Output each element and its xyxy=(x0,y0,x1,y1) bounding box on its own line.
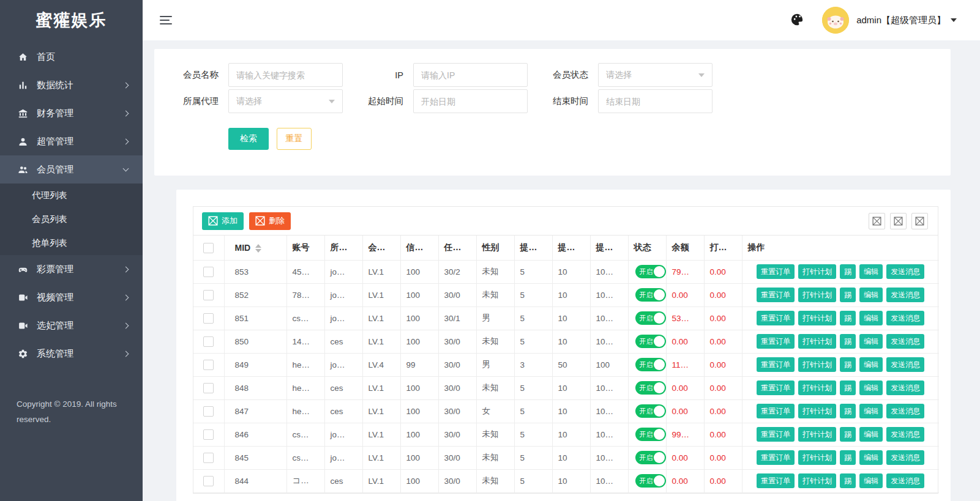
inject-plan-button[interactable]: 打针计划 xyxy=(798,334,836,349)
send-message-button[interactable]: 发送消息 xyxy=(886,380,924,395)
status-toggle[interactable]: 开启 xyxy=(635,358,666,371)
sidebar-item-video[interactable]: 视频管理 xyxy=(0,283,143,311)
send-message-button[interactable]: 发送消息 xyxy=(886,357,924,372)
sidebar-item-system[interactable]: 系统管理 xyxy=(0,340,143,368)
menu-toggle-icon[interactable] xyxy=(160,16,172,25)
end-time-input[interactable] xyxy=(598,89,713,113)
edit-button[interactable]: 编辑 xyxy=(859,380,883,395)
row-checkbox[interactable] xyxy=(203,429,214,440)
reset-order-button[interactable]: 重置订单 xyxy=(757,404,795,418)
send-message-button[interactable]: 发送消息 xyxy=(886,450,924,465)
status-toggle[interactable]: 开启 xyxy=(635,311,666,325)
status-toggle[interactable]: 开启 xyxy=(635,288,666,302)
user-menu-caret-icon[interactable] xyxy=(951,18,957,22)
send-message-button[interactable]: 发送消息 xyxy=(886,473,924,488)
kick-button[interactable]: 踢 xyxy=(840,427,856,442)
row-checkbox[interactable] xyxy=(203,360,214,370)
sidebar-item-members[interactable]: 会员管理 xyxy=(0,155,143,184)
edit-button[interactable]: 编辑 xyxy=(859,264,883,279)
status-toggle[interactable]: 开启 xyxy=(635,474,666,488)
reset-order-button[interactable]: 重置订单 xyxy=(757,264,795,279)
sidebar-subitem-agent-list[interactable]: 代理列表 xyxy=(0,184,143,207)
sidebar-item-finance[interactable]: 财务管理 xyxy=(0,99,143,127)
sidebar-item-lottery[interactable]: 彩票管理 xyxy=(0,255,143,283)
kick-button[interactable]: 踢 xyxy=(840,288,856,302)
edit-button[interactable]: 编辑 xyxy=(859,427,883,442)
inject-plan-button[interactable]: 打针计划 xyxy=(798,311,836,325)
edit-button[interactable]: 编辑 xyxy=(859,334,883,349)
inject-plan-button[interactable]: 打针计划 xyxy=(798,264,836,279)
reset-order-button[interactable]: 重置订单 xyxy=(757,380,795,395)
status-toggle[interactable]: 开启 xyxy=(635,404,666,418)
row-checkbox[interactable] xyxy=(203,453,214,463)
edit-button[interactable]: 编辑 xyxy=(859,404,883,418)
member-status-select[interactable]: 请选择 xyxy=(598,63,713,87)
search-button[interactable]: 检索 xyxy=(228,128,269,150)
table-tool-button-2[interactable] xyxy=(890,213,907,229)
edit-button[interactable]: 编辑 xyxy=(859,473,883,488)
sidebar-subitem-member-list[interactable]: 会员列表 xyxy=(0,207,143,231)
inject-plan-button[interactable]: 打针计划 xyxy=(798,473,836,488)
status-toggle[interactable]: 开启 xyxy=(635,381,666,395)
delete-button[interactable]: 删除 xyxy=(249,212,291,230)
table-tool-button-3[interactable] xyxy=(911,213,928,229)
start-time-input[interactable] xyxy=(413,89,528,113)
send-message-button[interactable]: 发送消息 xyxy=(886,288,924,302)
send-message-button[interactable]: 发送消息 xyxy=(886,264,924,279)
agent-select[interactable]: 请选择 xyxy=(228,89,343,113)
row-checkbox[interactable] xyxy=(203,383,214,393)
row-checkbox[interactable] xyxy=(203,267,214,277)
edit-button[interactable]: 编辑 xyxy=(859,288,883,302)
edit-button[interactable]: 编辑 xyxy=(859,450,883,465)
inject-plan-button[interactable]: 打针计划 xyxy=(798,288,836,302)
status-toggle[interactable]: 开启 xyxy=(635,335,666,348)
status-toggle[interactable]: 开启 xyxy=(635,428,666,441)
kick-button[interactable]: 踢 xyxy=(840,264,856,279)
reset-order-button[interactable]: 重置订单 xyxy=(757,427,795,442)
sidebar-subitem-grab-list[interactable]: 抢单列表 xyxy=(0,231,143,255)
kick-button[interactable]: 踢 xyxy=(840,380,856,395)
user-name[interactable]: admin【超级管理员】 xyxy=(856,15,946,26)
sidebar-item-home[interactable]: 首页 xyxy=(0,43,143,71)
inject-plan-button[interactable]: 打针计划 xyxy=(798,450,836,465)
kick-button[interactable]: 踢 xyxy=(840,334,856,349)
member-name-input[interactable] xyxy=(228,63,343,87)
reset-order-button[interactable]: 重置订单 xyxy=(757,334,795,349)
select-all-checkbox[interactable] xyxy=(203,243,214,253)
inject-plan-button[interactable]: 打针计划 xyxy=(798,404,836,418)
kick-button[interactable]: 踢 xyxy=(840,473,856,488)
ip-input[interactable] xyxy=(413,63,528,87)
reset-order-button[interactable]: 重置订单 xyxy=(757,311,795,325)
status-toggle[interactable]: 开启 xyxy=(635,265,666,278)
reset-button[interactable]: 重置 xyxy=(277,128,312,150)
reset-order-button[interactable]: 重置订单 xyxy=(757,450,795,465)
send-message-button[interactable]: 发送消息 xyxy=(886,427,924,442)
sort-icon[interactable] xyxy=(255,244,261,253)
reset-order-button[interactable]: 重置订单 xyxy=(757,357,795,372)
row-checkbox[interactable] xyxy=(203,476,214,486)
table-tool-button-1[interactable] xyxy=(869,213,885,229)
reset-order-button[interactable]: 重置订单 xyxy=(757,288,795,302)
header-mid[interactable]: MID xyxy=(224,236,286,260)
sidebar-item-concubine[interactable]: 选妃管理 xyxy=(0,311,143,340)
kick-button[interactable]: 踢 xyxy=(840,404,856,418)
sidebar-item-superadmin[interactable]: 超管管理 xyxy=(0,127,143,155)
row-checkbox[interactable] xyxy=(203,290,214,300)
send-message-button[interactable]: 发送消息 xyxy=(886,334,924,349)
edit-button[interactable]: 编辑 xyxy=(859,311,883,325)
user-avatar[interactable] xyxy=(822,7,849,34)
edit-button[interactable]: 编辑 xyxy=(859,357,883,372)
send-message-button[interactable]: 发送消息 xyxy=(886,404,924,418)
send-message-button[interactable]: 发送消息 xyxy=(886,311,924,325)
kick-button[interactable]: 踢 xyxy=(840,357,856,372)
row-checkbox[interactable] xyxy=(203,313,214,324)
kick-button[interactable]: 踢 xyxy=(840,450,856,465)
inject-plan-button[interactable]: 打针计划 xyxy=(798,380,836,395)
inject-plan-button[interactable]: 打针计划 xyxy=(798,357,836,372)
add-button[interactable]: 添加 xyxy=(202,212,244,230)
reset-order-button[interactable]: 重置订单 xyxy=(757,473,795,488)
inject-plan-button[interactable]: 打针计划 xyxy=(798,427,836,442)
row-checkbox[interactable] xyxy=(203,406,214,417)
theme-palette-icon[interactable] xyxy=(790,13,805,28)
row-checkbox[interactable] xyxy=(203,336,214,347)
